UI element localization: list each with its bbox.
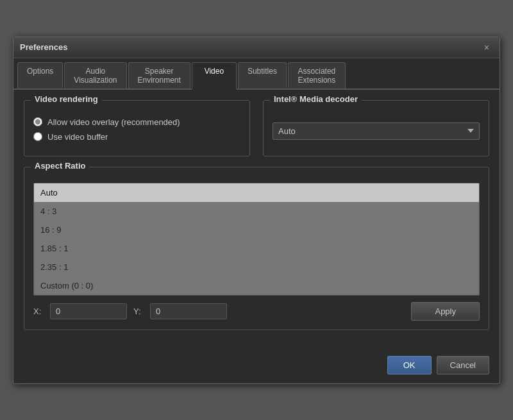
list-item[interactable]: 16 : 9 — [34, 221, 479, 239]
y-label: Y: — [133, 307, 144, 316]
x-input[interactable] — [50, 303, 127, 319]
tab-video[interactable]: Video — [192, 62, 237, 90]
custom-xy-row: X: Y: Apply — [33, 302, 480, 321]
video-rendering-section: Video rendering Allow video overlay (rec… — [24, 100, 250, 156]
intel-decoder-section: Intel® Media decoder Auto Enabled Disabl… — [263, 100, 489, 156]
video-rendering-label: Video rendering — [31, 94, 102, 104]
intel-decoder-select[interactable]: Auto Enabled Disabled — [273, 122, 480, 140]
bottom-buttons: OK Cancel — [13, 349, 500, 383]
aspect-ratio-listbox: Auto 4 : 3 16 : 9 1.85 : 1 2.35 : 1 Cust… — [33, 183, 480, 296]
title-bar: Preferences × — [13, 37, 500, 58]
dialog-title: Preferences — [20, 42, 67, 52]
top-row: Video rendering Allow video overlay (rec… — [24, 100, 489, 156]
apply-button[interactable]: Apply — [411, 302, 480, 321]
video-overlay-radio[interactable] — [33, 117, 42, 126]
aspect-ratio-section: Aspect Ratio Auto 4 : 3 16 : 9 1.85 : 1 … — [24, 167, 489, 330]
list-item[interactable]: 4 : 3 — [34, 202, 479, 221]
tab-options[interactable]: Options — [17, 62, 63, 88]
ok-button[interactable]: OK — [387, 356, 432, 374]
tab-associated-extensions[interactable]: AssociatedExtensions — [288, 62, 346, 88]
video-overlay-option[interactable]: Allow video overlay (recommended) — [33, 117, 240, 127]
video-rendering-options: Allow video overlay (recommended) Use vi… — [33, 117, 240, 142]
x-label: X: — [33, 307, 44, 316]
y-input[interactable] — [150, 303, 227, 319]
list-item[interactable]: 2.35 : 1 — [34, 258, 479, 276]
video-buffer-label: Use video buffer — [47, 132, 108, 142]
tab-audio-visualization[interactable]: AudioVisualization — [64, 62, 126, 88]
video-overlay-label: Allow video overlay (recommended) — [47, 117, 180, 127]
list-item[interactable]: Custom (0 : 0) — [34, 276, 479, 295]
video-buffer-radio[interactable] — [33, 132, 42, 141]
close-button[interactable]: × — [480, 41, 493, 54]
preferences-dialog: Preferences × Options AudioVisualization… — [13, 37, 500, 384]
tab-speaker-environment[interactable]: SpeakerEnvironment — [128, 62, 190, 88]
tab-content: Video rendering Allow video overlay (rec… — [13, 90, 500, 349]
cancel-button[interactable]: Cancel — [437, 356, 489, 374]
list-item[interactable]: 1.85 : 1 — [34, 239, 479, 258]
aspect-ratio-label: Aspect Ratio — [31, 161, 89, 171]
list-item[interactable]: Auto — [34, 183, 479, 202]
tab-subtitles[interactable]: Subtitles — [238, 62, 287, 88]
intel-decoder-label: Intel® Media decoder — [270, 94, 362, 104]
video-buffer-option[interactable]: Use video buffer — [33, 132, 240, 142]
tabs-container: Options AudioVisualization SpeakerEnviro… — [13, 58, 500, 90]
